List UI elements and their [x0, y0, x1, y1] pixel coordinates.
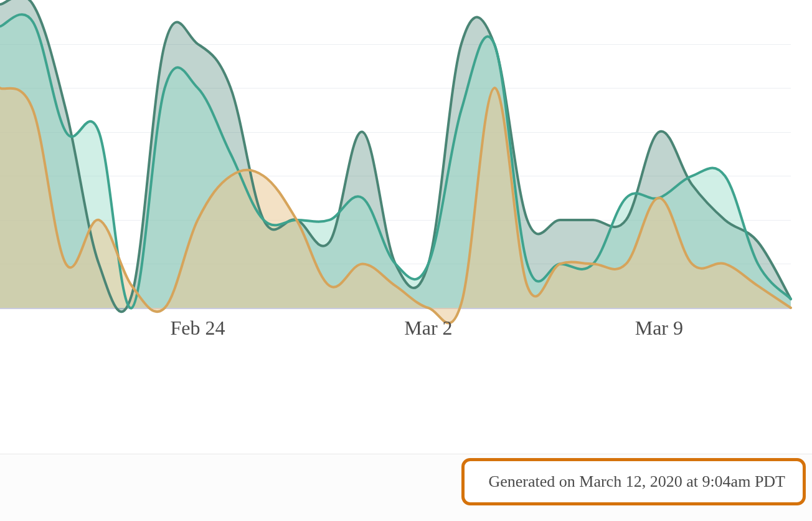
chart-plot-area: [0, 0, 791, 309]
generated-timestamp-text: Generated on March 12, 2020 at 9:04am PD…: [488, 472, 785, 490]
x-tick-label: Mar 9: [635, 317, 683, 340]
x-tick-label: Mar 2: [404, 317, 452, 340]
x-tick-label: Feb 24: [171, 317, 225, 340]
chart-x-axis: Feb 24Mar 2Mar 9: [0, 317, 791, 348]
chart-svg: [0, 0, 791, 308]
generated-timestamp-callout: Generated on March 12, 2020 at 9:04am PD…: [461, 458, 806, 505]
